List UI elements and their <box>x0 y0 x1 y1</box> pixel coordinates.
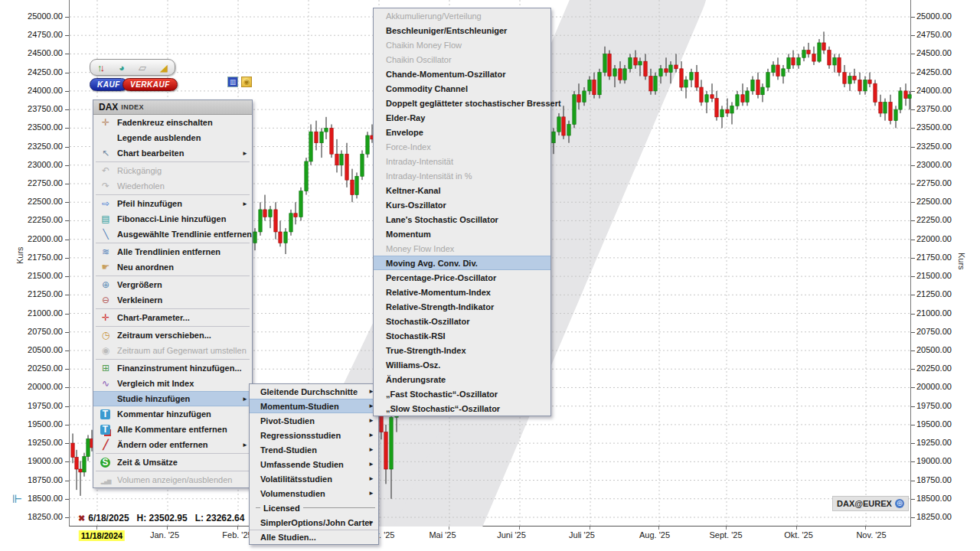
menu-item[interactable]: Stochastik-RSI <box>374 328 550 343</box>
menu-item[interactable]: Verkleinern <box>93 292 252 308</box>
menu-item[interactable]: Ändern oder entfernen► <box>93 437 252 452</box>
menu-item[interactable]: „Slow Stochastic“-Oszillator <box>374 401 550 416</box>
menu-item[interactable]: Vergrößern <box>93 277 252 292</box>
menu-item-label: Momentum <box>386 230 431 239</box>
pencil-icon <box>97 440 114 449</box>
menu-item[interactable]: Akkumulierung/Verteilung <box>374 8 550 23</box>
menu-item[interactable]: Chaikin Oscillator <box>374 52 550 67</box>
y-axis-title-right: Kurs <box>957 253 966 270</box>
chart-settings-icon[interactable]: ▥ <box>227 77 238 87</box>
y-tick-label: 20750.00 <box>916 327 952 336</box>
menu-item-label: Änderungsrate <box>386 375 446 384</box>
menu-item[interactable]: Vergleich mit Index <box>93 376 252 391</box>
menu-item[interactable]: Intraday-Intensität in % <box>374 168 550 183</box>
menu-item[interactable]: Relative-Momentum-Index <box>374 285 550 299</box>
menu-item-label: Intraday-Intensität in % <box>386 171 472 181</box>
menu-item[interactable]: Fadenkreuz einschalten <box>93 115 252 130</box>
menu-item[interactable]: Money Flow Index <box>374 241 550 256</box>
menu-item[interactable]: Kommentar hinzufügen <box>93 406 252 422</box>
menu-item-label: Verkleinern <box>117 295 162 305</box>
y-tick-mark <box>911 461 915 462</box>
menu-item-label: Volatilitätsstudien <box>260 474 332 484</box>
menu-item[interactable]: Keltner-Kanal <box>374 183 550 197</box>
drawing-tool-icon[interactable]: ⊩ <box>12 492 22 506</box>
menu-item[interactable]: Chart-Parameter... <box>93 310 252 325</box>
y-tick-label: 22250.00 <box>916 215 952 224</box>
menu-item[interactable]: Beschleuniger/Entschleuniger <box>374 23 550 37</box>
menu-item[interactable]: Änderungsrate <box>374 372 550 386</box>
y-tick-mark <box>911 295 915 295</box>
menu-item[interactable]: Chaikin Money Flow <box>374 37 550 52</box>
menu-item[interactable]: Percentage-Price-Oscillator <box>374 270 550 285</box>
menu-item[interactable]: Commodity Channel <box>374 81 550 96</box>
y-tick-mark <box>65 443 69 444</box>
menu-item[interactable]: Momentum-Studien► <box>250 399 378 413</box>
sell-button[interactable]: VERKAUF <box>122 78 178 91</box>
y-tick-mark <box>911 425 915 425</box>
coin-icon[interactable]: ◉ <box>241 77 252 87</box>
x-axis-label: Okt. '25 <box>784 530 813 540</box>
menu-item[interactable]: Doppelt geglätteter stochastischer Bress… <box>374 96 550 110</box>
menu-item-label: Lane's Stochastic Oscillator <box>386 215 498 224</box>
menu-item[interactable]: Volumen anzeigen/ausblenden <box>93 472 252 487</box>
menu-item[interactable]: Neu anordnen <box>93 259 252 275</box>
menu-item[interactable]: Studie hinzufügen► <box>93 391 252 406</box>
y-tick-mark <box>911 147 915 148</box>
menu-item-label: Kurs-Oszillator <box>386 201 446 210</box>
menu-item[interactable]: Envelope <box>374 125 550 139</box>
menu-item[interactable]: Wiederholen <box>93 178 252 194</box>
menu-item[interactable]: „Fast Stochastic“-Oszillator <box>374 386 550 401</box>
menu-item[interactable]: Zeitraum auf Gegenwart umstellen <box>93 343 252 358</box>
instrument-badge[interactable]: DAX@EUREX ⊕ <box>832 496 909 511</box>
menu-item[interactable]: Zeitraum verschieben... <box>93 328 252 343</box>
menu-item[interactable]: Legende ausblenden <box>93 130 252 145</box>
menu-item[interactable]: Chart bearbeiten► <box>93 145 252 161</box>
menu-item[interactable]: Ausgewählte Trendlinie entfernen <box>93 227 252 242</box>
close-icon[interactable]: ✖ <box>78 514 85 523</box>
menu-item[interactable]: Volumenstudien► <box>250 486 378 500</box>
y-tick-mark <box>911 184 915 184</box>
menu-item[interactable]: Volatilitätsstudien► <box>250 471 378 486</box>
menu-item[interactable]: True-Strength-Index <box>374 343 550 357</box>
menu-separator <box>96 308 250 309</box>
y-tick-label: 23250.00 <box>2 142 63 151</box>
menu-item[interactable]: Pivot-Studien► <box>250 413 378 428</box>
menu-item[interactable]: Kurs-Oszillator <box>374 197 550 212</box>
submenu-arrow-icon: ► <box>242 396 248 403</box>
y-tick-mark <box>65 147 69 148</box>
menu-item[interactable]: Elder-Ray <box>374 110 550 125</box>
menu-item[interactable]: Chande-Momentum-Oszillator <box>374 67 550 81</box>
price-arrows-icon[interactable]: ↑↓ <box>97 63 105 73</box>
menu-item[interactable]: Zeit & Umsätze <box>93 455 252 470</box>
y-tick-mark <box>65 91 69 92</box>
menu-item[interactable]: Williams-Osz. <box>374 357 550 372</box>
menu-item[interactable]: Gleitende Durchschnitte► <box>250 384 378 399</box>
menu-item[interactable]: Alle Kommentare entfernen <box>93 422 252 437</box>
globe-icon[interactable]: ◕ <box>119 63 125 73</box>
brush-icon[interactable]: ◢ <box>160 63 168 73</box>
menu-item[interactable]: Trend-Studien► <box>250 442 378 457</box>
menu-item[interactable]: SimplerOptions/John Carter► <box>250 515 378 530</box>
blue-arrow-icon <box>97 199 114 208</box>
menu-item[interactable]: Intraday-Intensität <box>374 154 550 168</box>
menu-item[interactable]: Umfassende Studien► <box>250 457 378 471</box>
menu-item-label: Commodity Channel <box>386 84 468 93</box>
y-axis-title-left: Kurs <box>15 246 24 264</box>
menu-item[interactable]: Relative-Strength-Indikator <box>374 299 550 314</box>
eraser-icon[interactable]: ▱ <box>139 63 146 73</box>
menu-item[interactable]: Alle Trendlinien entfernen <box>93 244 252 259</box>
menu-item[interactable]: Regressionsstudien► <box>250 428 378 442</box>
menu-item[interactable]: Force-Index <box>374 139 550 154</box>
menu-item[interactable]: Lane's Stochastic Oscillator <box>374 212 550 227</box>
menu-item[interactable]: Momentum <box>374 227 550 241</box>
hand-icon <box>97 262 114 272</box>
y-tick-mark <box>65 128 69 129</box>
menu-item[interactable]: Finanzinstrument hinzufügen... <box>93 360 252 376</box>
menu-item[interactable]: Alle Studien... <box>250 530 378 544</box>
menu-item[interactable]: Stochastik-Oszillator <box>374 314 550 328</box>
menu-item[interactable]: Pfeil hinzufügen► <box>93 196 252 211</box>
menu-item[interactable]: Moving Avg. Conv. Div. <box>374 256 550 270</box>
menu-group-label: Licensed <box>250 500 378 515</box>
menu-item[interactable]: Fibonacci-Linie hinzufügen <box>93 211 252 227</box>
menu-item[interactable]: Rückgängig <box>93 163 252 178</box>
